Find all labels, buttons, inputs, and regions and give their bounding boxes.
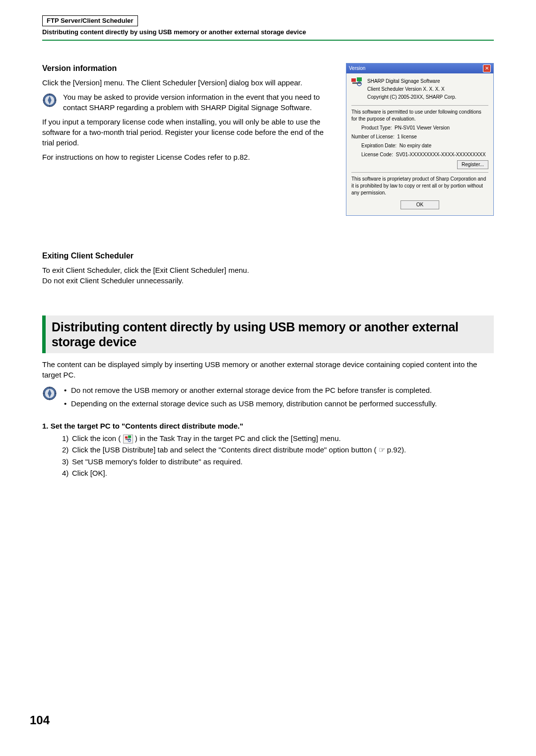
header-box: FTP Server/Client Scheduler (42, 15, 138, 26)
section-title-exiting: Exiting Client Scheduler (42, 251, 494, 261)
svg-rect-9 (352, 82, 361, 84)
compass-icon (42, 386, 57, 401)
dialog-line2: Client Scheduler Version X. X. X. X (367, 85, 456, 93)
page-number: 104 (30, 712, 50, 729)
tray-icon (123, 435, 133, 443)
major-heading: Distributing content directly by using U… (52, 319, 488, 349)
steps-list: Click the icon ( ) in the Task Tray in t… (42, 433, 494, 478)
dist-bullets: Do not remove the USB memory or another … (63, 385, 494, 409)
dialog-line1: SHARP Digital Signage Software (367, 77, 456, 85)
register-button[interactable]: Register... (457, 160, 488, 169)
exit-p1: To exit Client Scheduler, click the [Exi… (42, 265, 494, 275)
dialog-titlebar: Version ✕ (346, 63, 493, 73)
major-heading-wrap: Distributing content directly by using U… (42, 315, 494, 353)
svg-point-14 (49, 387, 50, 388)
dialog-app-icon (351, 77, 363, 87)
dialog-line3: Copyright (C) 2005-20XX, SHARP Corp. (367, 93, 456, 101)
exit-p2: Do not exit Client Scheduler unnecessari… (42, 275, 494, 286)
hand-pointer-icon: ☞ (379, 446, 385, 454)
dialog-lic-label: License Code: (361, 152, 393, 157)
version-note: You may be asked to provide version info… (63, 93, 320, 112)
svg-rect-19 (128, 436, 131, 438)
close-icon[interactable]: ✕ (483, 64, 491, 72)
version-p2a: If you input a temporary license code wh… (42, 117, 336, 148)
step-heading: 1. Set the target PC to "Contents direct… (42, 421, 494, 431)
step-2: Click the [USB Distribute] tab and selec… (62, 444, 494, 455)
dialog-cond: This software is permitted to use under … (351, 109, 488, 123)
dist-bullet-1: Do not remove the USB memory or another … (63, 385, 494, 395)
compass-icon (42, 93, 57, 108)
svg-point-5 (49, 105, 50, 106)
dialog-title-text: Version (349, 65, 365, 72)
step-1: Click the icon ( ) in the Task Tray in t… (62, 433, 494, 443)
version-p2b: For instructions on how to register Lice… (42, 152, 336, 162)
header-subtitle: Distributing content directly by using U… (42, 28, 494, 37)
dialog-nlic-value: 1 license (397, 134, 416, 139)
step-4: Click [OK]. (62, 468, 494, 478)
version-dialog: Version ✕ SHARP Digital Signage Softwa (346, 63, 494, 216)
dialog-exp-label: Expiration Date: (361, 143, 397, 148)
dialog-exp-value: No expiry date (400, 143, 431, 148)
svg-point-17 (44, 393, 45, 394)
dist-intro: The content can be displayed simply by i… (42, 359, 494, 380)
svg-rect-8 (357, 77, 362, 81)
dialog-ptype-value: PN-SV01 Viewer Version (395, 125, 450, 130)
section-title-version: Version information (42, 63, 336, 74)
svg-point-3 (49, 94, 50, 95)
step-2b: p.92). (387, 445, 406, 454)
svg-point-6 (44, 100, 45, 101)
svg-rect-18 (125, 436, 127, 438)
dialog-ptype-label: Product Type: (361, 125, 392, 130)
step-3: Set "USB memory's folder to distribute" … (62, 456, 494, 467)
step-1b: ) in the Task Tray in the target PC and … (135, 434, 341, 442)
dist-bullet-2: Depending on the external storage device… (63, 398, 494, 409)
ok-button[interactable]: OK (401, 200, 439, 209)
svg-point-4 (55, 100, 56, 101)
svg-rect-7 (351, 78, 356, 82)
dialog-legal: This software is proprietary product of … (351, 176, 488, 196)
dialog-nlic-label: Number of License: (351, 134, 395, 139)
step-1a: Click the icon ( (72, 434, 121, 442)
header-rule (42, 40, 494, 41)
svg-point-16 (49, 398, 50, 399)
step-2a: Click the [USB Distribute] tab and selec… (72, 445, 376, 454)
dialog-lic-value: SV01-XXXXXXXXX-XXXX-XXXXXXXXX (396, 152, 486, 157)
svg-point-15 (55, 393, 56, 394)
version-intro: Click the [Version] menu. The Client Sch… (42, 77, 336, 88)
